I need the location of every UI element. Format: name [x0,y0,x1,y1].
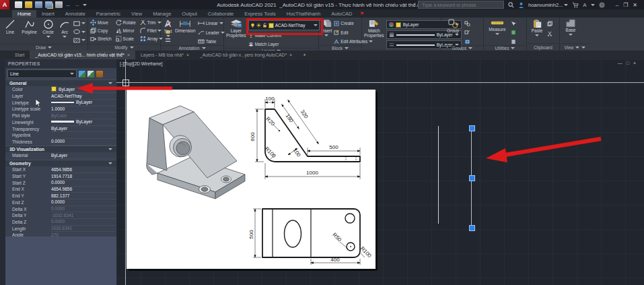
layer-dropdown[interactable]: ACAD-NetThay [248,20,320,30]
save-icon[interactable] [35,1,42,8]
toggle-pickadd-icon[interactable] [79,71,85,77]
table-tool[interactable]: Table [198,38,225,45]
vp-close-button[interactable]: × [633,61,636,65]
rectangle-tool[interactable] [73,20,85,27]
group-selection-button[interactable] [464,38,470,45]
tab-autocad[interactable]: AutoCAD [326,10,357,18]
signed-in-user[interactable]: hoanvuminh2... [528,2,568,8]
drawn-line[interactable] [438,126,439,224]
close-tab-icon[interactable]: × [127,53,130,57]
line-tool[interactable]: Line [2,19,18,35]
panel-label-draw[interactable]: Draw [0,44,87,51]
qat-customize-icon[interactable] [83,4,87,6]
measure-button[interactable]: Measure [486,19,509,35]
panel-label-annotation[interactable]: Annotation [161,45,223,51]
new-file-icon[interactable] [15,1,22,8]
close-tab-icon[interactable]: × [186,53,189,57]
panel-label-groups[interactable]: Groups [441,45,483,51]
insert-block-button[interactable]: Insert [321,19,332,36]
cut-clip-button[interactable] [547,30,552,37]
trim-tool[interactable]: Trim [140,19,164,26]
quick-calc-button[interactable] [511,29,516,36]
tab-view[interactable]: View [126,10,147,18]
tab-annotate[interactable]: Annotate [60,10,91,18]
rotate-tool[interactable]: Rotate [116,19,136,26]
circle-tool[interactable]: Circle [40,19,56,38]
search-input[interactable] [421,2,491,8]
hatch-tool[interactable] [73,36,85,44]
match-properties-button[interactable]: Match Properties [364,19,384,38]
doc-tab-layers-mb[interactable]: Layers - MB tòa nhà*× [135,51,194,59]
grip-midpoint[interactable] [469,175,475,181]
base-view-button[interactable]: Base [562,19,579,36]
prop-row-thickness[interactable]: Thickness0.0000 [5,139,116,146]
match-layer-button[interactable]: Match Layer [248,40,320,48]
autodesk-a-menu-icon[interactable]: A [583,2,586,8]
panel-label-utilities[interactable]: Utilities [484,45,526,51]
doc-tab-start[interactable]: Start [9,51,30,59]
group-edit-button[interactable] [464,29,470,36]
linear-dim-tool[interactable]: Linear [198,20,225,27]
autocad-logo-icon[interactable]: A [0,0,9,9]
palette-grab-bar[interactable] [0,59,5,285]
restore-button[interactable]: ❐ [623,2,628,8]
undo-icon[interactable]: ← [65,1,71,8]
tab-insert[interactable]: Insert [36,10,60,18]
save-as-icon[interactable] [45,1,52,8]
viewport-controls-label[interactable]: [-][Top][2D Wireframe] [120,61,163,66]
tab-output[interactable]: Output [176,10,203,18]
close-button[interactable]: ✕ [633,2,637,8]
section-geometry[interactable]: Geometry [5,160,116,166]
prop-row-material[interactable]: MaterialByLayer [5,152,116,159]
ungroup-button[interactable] [464,20,470,27]
help-search[interactable] [418,1,504,9]
scale-tool[interactable]: Scale [116,35,136,42]
arc-tool[interactable]: Arc [58,19,71,38]
tab-manage[interactable]: Manage [147,10,176,18]
help-icon[interactable]: ? [599,2,605,8]
vp-restore-button[interactable]: □ [627,61,629,65]
text-tool[interactable]: A Text [163,19,173,37]
redo-icon[interactable]: → [74,1,80,8]
search-icon[interactable] [508,2,514,8]
copy-tool[interactable]: Copy [90,27,112,34]
panel-label-view[interactable]: View [560,43,590,51]
polyline-tool[interactable]: Polyline [20,19,38,35]
array-tool[interactable]: Array [140,35,164,42]
grip-endpoint-bottom[interactable] [469,225,475,231]
layer-on-bulb-icon[interactable] [250,23,255,28]
grip-endpoint-top[interactable] [469,125,475,131]
panel-label-modify[interactable]: Modify [88,44,160,51]
leader-tool[interactable]: Leader [198,29,225,36]
app-store-cart-icon[interactable] [572,2,579,8]
close-tab-icon[interactable]: × [289,53,292,57]
ellipse-tool[interactable] [73,28,85,36]
mirror-tool[interactable]: Mirror [116,27,136,34]
tab-home[interactable]: Home [12,10,36,18]
section-3d-visualization[interactable]: 3D Visualization [5,146,116,152]
doc-tab-current-drawing[interactable]: _AutoCAD tối giản v15... hình chiếu vật … [30,51,135,59]
layer-unlock-icon[interactable] [262,23,267,28]
layer-thaw-sun-icon[interactable] [256,23,261,28]
new-drawing-tab-button[interactable]: + [297,51,312,59]
fillet-tool[interactable]: Fillet [140,27,164,34]
tab-collaborate[interactable]: Collaborate [203,10,239,18]
tab-express-tools[interactable]: Express Tools [239,10,281,18]
quick-select-button[interactable] [511,20,516,27]
group-button[interactable]: Group [443,19,462,34]
id-point-button[interactable] [511,38,516,45]
tab-parametric[interactable]: Parametric [91,10,126,18]
vp-minimize-button[interactable]: — [618,61,622,65]
copy-clip-button[interactable] [547,20,552,27]
layer-color-swatch[interactable] [269,23,274,28]
tab-hocthatnhanh[interactable]: HocThatNhanh [281,10,326,18]
doc-tab-layers-trong-autocad[interactable]: _AutoCAD tối giản v...yers trong AutoCAD… [194,51,297,59]
drawing-canvas[interactable]: [-][Top][2D Wireframe] — □ × [116,59,644,285]
dimension-tool[interactable]: Dimension [175,19,196,34]
minimize-button[interactable]: – [616,2,618,8]
panel-label-clipboard[interactable]: Clipboard [527,43,559,51]
select-objects-icon[interactable] [87,71,94,77]
paste-button[interactable]: Paste [529,19,545,36]
plot-icon[interactable] [55,1,63,8]
make-current-button[interactable]: Make Current [248,32,320,39]
